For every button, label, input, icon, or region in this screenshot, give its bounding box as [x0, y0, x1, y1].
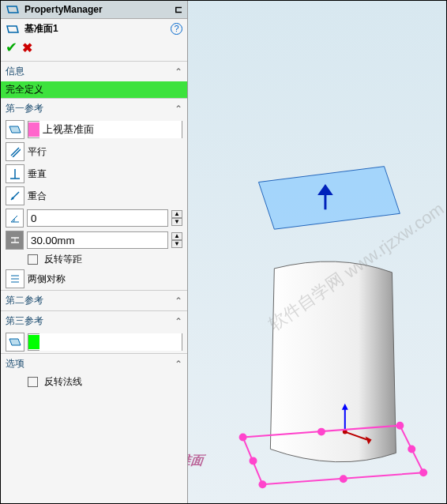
info-header[interactable]: 信息 ⌃ — [1, 62, 187, 81]
angle-input[interactable] — [27, 209, 168, 227]
panel-title: PropertyManager — [24, 4, 103, 15]
cancel-button[interactable]: ✖ — [22, 40, 32, 55]
svg-point-28 — [250, 457, 257, 465]
ref1-entity-input[interactable] — [39, 121, 182, 138]
status-badge: 完全定义 — [1, 81, 187, 98]
pink-swatch — [28, 122, 39, 137]
coincident-label: 重合 — [28, 190, 182, 203]
plane-label: 上视基准面 — [188, 453, 206, 467]
help-button[interactable]: ? — [171, 23, 182, 35]
midplane-icon[interactable] — [6, 269, 24, 288]
offset-up[interactable]: ▲ — [171, 232, 182, 240]
flip-offset-label: 反转等距 — [44, 253, 182, 266]
ref2-header[interactable]: 第二参考 ⌃ — [1, 291, 187, 310]
angle-icon[interactable] — [6, 209, 24, 228]
ref3-entity-icon[interactable] — [6, 333, 24, 352]
svg-marker-0 — [7, 6, 18, 13]
property-manager-panel: PropertyManager ⊏ 基准面1 ? ✔ ✖ 信息 ⌃ 完全定义 第… — [1, 1, 188, 503]
ref1-header[interactable]: 第一参考 ⌃ — [1, 99, 187, 118]
parallel-icon[interactable] — [6, 142, 24, 161]
flip-normal-label: 反转法线 — [44, 375, 182, 389]
svg-point-8 — [12, 197, 14, 200]
ref3-entity-input[interactable] — [39, 333, 182, 351]
3d-scene: 上视基准面 软件自学网 www.rjzxw.com — [188, 1, 446, 503]
svg-marker-15 — [9, 339, 21, 345]
chevron-up-icon: ⌃ — [175, 66, 182, 77]
angle-down[interactable]: ▼ — [171, 218, 182, 226]
svg-point-24 — [258, 480, 266, 488]
svg-point-26 — [408, 446, 415, 453]
svg-marker-1 — [7, 26, 18, 32]
chevron-up-icon: ⌃ — [175, 359, 182, 370]
svg-marker-2 — [9, 126, 21, 133]
flip-offset-checkbox[interactable] — [28, 254, 38, 265]
svg-point-27 — [340, 475, 347, 483]
options-header[interactable]: 选项 ⌃ — [1, 354, 187, 374]
feature-title-row: 基准面1 ? — [1, 19, 187, 39]
offset-input[interactable] — [27, 231, 168, 249]
plane-icon — [6, 23, 20, 36]
offset-icon[interactable] — [6, 231, 24, 250]
plane-icon — [6, 3, 20, 16]
pin-icon[interactable]: ⊏ — [175, 4, 182, 15]
offset-down[interactable]: ▼ — [171, 240, 182, 248]
perpendicular-label: 垂直 — [28, 167, 182, 181]
perpendicular-icon[interactable] — [6, 164, 24, 183]
ref3-header[interactable]: 第三参考 ⌃ — [1, 311, 187, 331]
svg-point-25 — [317, 428, 325, 436]
flip-normal-checkbox[interactable] — [28, 377, 38, 387]
feature-name: 基准面1 — [24, 22, 58, 36]
svg-point-23 — [419, 468, 427, 476]
green-swatch — [28, 335, 39, 349]
3d-viewport[interactable]: 上视基准面 软件自学网 www.rjzxw.com — [188, 1, 446, 503]
coincident-icon[interactable] — [6, 186, 24, 205]
midplane-label: 两侧对称 — [28, 273, 182, 286]
chevron-up-icon: ⌃ — [175, 316, 182, 327]
chevron-up-icon: ⌃ — [175, 103, 182, 115]
svg-point-21 — [239, 434, 247, 442]
angle-up[interactable]: ▲ — [171, 210, 182, 218]
parallel-label: 平行 — [28, 145, 182, 159]
entity-icon[interactable] — [6, 120, 24, 139]
ok-button[interactable]: ✔ — [6, 39, 17, 56]
svg-point-22 — [396, 422, 404, 430]
offset-plane — [258, 167, 400, 230]
chevron-up-icon: ⌃ — [175, 295, 182, 307]
panel-header: PropertyManager ⊏ — [1, 1, 187, 19]
